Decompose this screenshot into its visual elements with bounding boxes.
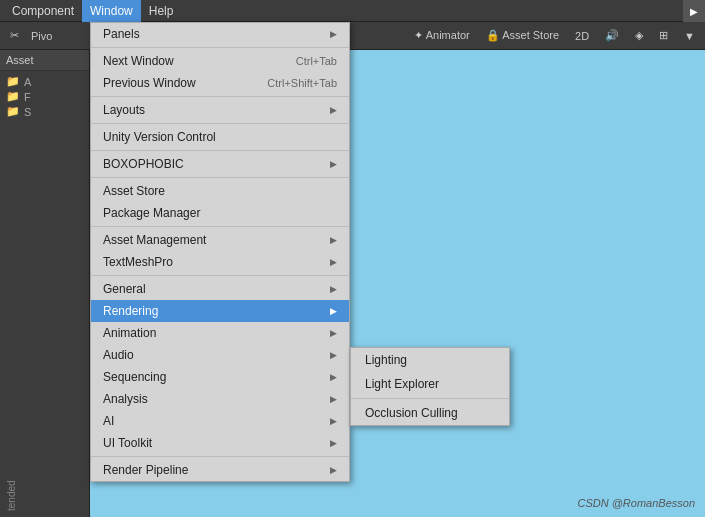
watermark: CSDN @RomanBesson	[577, 497, 695, 509]
folder-icon-2: 📁	[6, 90, 20, 103]
menu-analysis[interactable]: Analysis	[91, 388, 349, 410]
panel-item-s[interactable]: S	[24, 106, 31, 118]
separator-2	[91, 96, 349, 97]
panel-item-f[interactable]: F	[24, 91, 31, 103]
menu-asset-management[interactable]: Asset Management	[91, 229, 349, 251]
folder-icon: 📁	[6, 75, 20, 88]
submenu-lighting[interactable]: Lighting	[351, 348, 509, 372]
separator-1	[91, 47, 349, 48]
menu-unity-version-control[interactable]: Unity Version Control	[91, 126, 349, 148]
rendering-submenu: Lighting Light Explorer Occlusion Cullin…	[350, 347, 510, 426]
dropdown-icon[interactable]: ▼	[678, 28, 701, 44]
window-dropdown: Panels Next Window Ctrl+Tab Previous Win…	[90, 22, 350, 482]
menu-boxophobic[interactable]: BOXOPHOBIC	[91, 153, 349, 175]
menu-ai[interactable]: AI	[91, 410, 349, 432]
gizmos-icon[interactable]: ⊞	[653, 27, 674, 44]
animator-tab[interactable]: ✦ Animator	[408, 27, 475, 44]
menu-component[interactable]: Component	[4, 0, 82, 22]
menu-bar: Component Window Help ▶	[0, 0, 705, 22]
menu-layouts[interactable]: Layouts	[91, 99, 349, 121]
separator-6	[91, 226, 349, 227]
2d-toggle[interactable]: 2D	[569, 28, 595, 44]
menu-asset-store[interactable]: Asset Store	[91, 180, 349, 202]
audio-icon[interactable]: 🔊	[599, 27, 625, 44]
menu-next-window[interactable]: Next Window Ctrl+Tab	[91, 50, 349, 72]
menu-help[interactable]: Help	[141, 0, 182, 22]
play-button[interactable]: ▶	[683, 0, 705, 22]
pivot-label[interactable]: Pivo	[25, 28, 58, 44]
separator-5	[91, 177, 349, 178]
separator-3	[91, 123, 349, 124]
asset-store-tab[interactable]: 🔒 Asset Store	[480, 27, 565, 44]
menu-general[interactable]: General	[91, 278, 349, 300]
separator-8	[91, 456, 349, 457]
menu-animation[interactable]: Animation	[91, 322, 349, 344]
submenu-light-explorer[interactable]: Light Explorer	[351, 372, 509, 396]
menu-prev-window[interactable]: Previous Window Ctrl+Shift+Tab	[91, 72, 349, 94]
menu-textmeshpro[interactable]: TextMeshPro	[91, 251, 349, 273]
menu-render-pipeline[interactable]: Render Pipeline	[91, 459, 349, 481]
menu-package-manager[interactable]: Package Manager	[91, 202, 349, 224]
sub-separator	[351, 398, 509, 399]
menu-rendering[interactable]: Rendering	[91, 300, 349, 322]
menu-audio[interactable]: Audio	[91, 344, 349, 366]
panel-item-a[interactable]: A	[24, 76, 31, 88]
menu-panels[interactable]: Panels	[91, 23, 349, 45]
menu-window[interactable]: Window	[82, 0, 141, 22]
separator-4	[91, 150, 349, 151]
toolbar-icon[interactable]: ✂	[4, 27, 25, 44]
menu-ui-toolkit[interactable]: UI Toolkit	[91, 432, 349, 454]
extended-label: tended	[6, 480, 17, 511]
fx-icon[interactable]: ◈	[629, 27, 649, 44]
submenu-occlusion-culling[interactable]: Occlusion Culling	[351, 401, 509, 425]
folder-icon-3: 📁	[6, 105, 20, 118]
left-panel: Asset 📁 A 📁 F 📁 S tended	[0, 50, 90, 517]
panel-header: Asset	[0, 50, 89, 71]
menu-sequencing[interactable]: Sequencing	[91, 366, 349, 388]
separator-7	[91, 275, 349, 276]
